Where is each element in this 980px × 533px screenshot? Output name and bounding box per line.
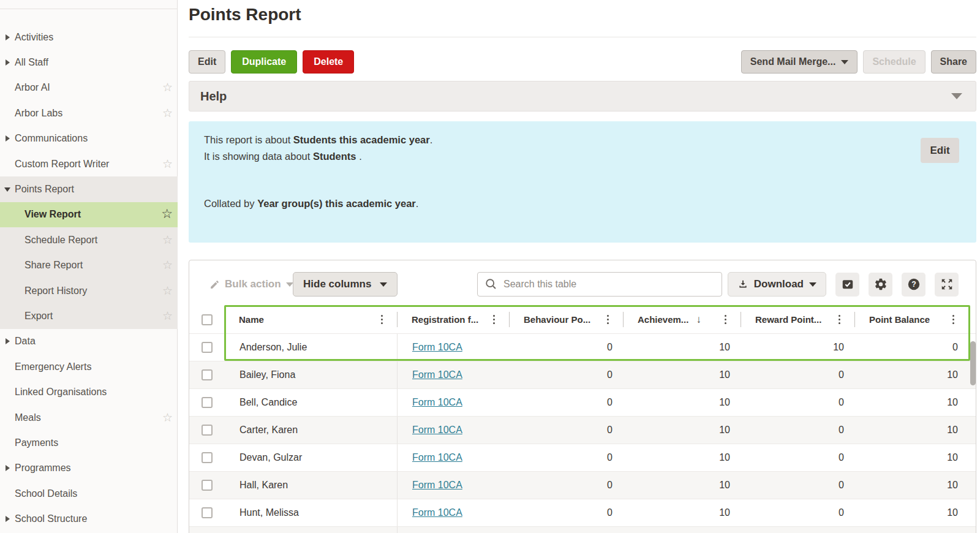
kebab-menu-icon[interactable] (493, 315, 496, 325)
student-name-cell: Carter, Karen (225, 417, 398, 444)
sidebar-item-school-structure[interactable]: School Structure (0, 506, 178, 531)
sidebar-item-view-report[interactable]: View Report☆ (0, 202, 178, 227)
sidebar-item-custom-report-writer[interactable]: Custom Report Writer☆ (0, 151, 178, 176)
caret-right-icon[interactable] (6, 516, 10, 522)
help-icon[interactable]: ? (902, 273, 925, 297)
download-button[interactable]: Download (728, 272, 826, 297)
summary-edit-button[interactable]: Edit (921, 138, 959, 163)
kebab-menu-icon[interactable] (839, 315, 841, 325)
pencil-icon (209, 279, 220, 290)
column-header-name[interactable]: Name (225, 306, 398, 333)
sidebar-item-schedule-report[interactable]: Schedule Report☆ (0, 227, 178, 252)
share-button[interactable]: Share (931, 50, 976, 74)
sidebar-item-activities[interactable]: Activities (0, 25, 178, 50)
points-value-cell: 10 (624, 397, 741, 408)
sidebar-item-meals[interactable]: Meals☆ (0, 405, 178, 430)
sidebar-item-label: Programmes (15, 463, 71, 474)
table-row: Bell, CandiceForm 10CA010010 (189, 388, 976, 416)
kebab-menu-icon[interactable] (952, 315, 955, 325)
column-header-registration-f[interactable]: Registration f... (398, 306, 510, 333)
kebab-menu-icon[interactable] (381, 315, 383, 325)
caret-right-icon[interactable] (6, 338, 10, 344)
caret-down-icon[interactable] (4, 187, 10, 192)
sidebar-item-payments[interactable]: Payments (0, 430, 178, 455)
help-accordion[interactable]: Help (189, 81, 976, 112)
favourite-star-icon[interactable]: ☆ (162, 80, 173, 94)
vertical-scrollbar[interactable] (970, 341, 976, 385)
tasks-check-icon[interactable] (835, 273, 859, 297)
caret-right-icon[interactable] (6, 34, 10, 40)
sidebar-item-communications[interactable]: Communications (0, 126, 178, 151)
duplicate-button[interactable]: Duplicate (231, 50, 297, 74)
sidebar-item-share-report[interactable]: Share Report☆ (0, 253, 178, 278)
registration-form-link[interactable]: Form 10CA (412, 452, 462, 463)
favourite-star-icon[interactable]: ☆ (162, 156, 173, 170)
table-row: Bailey, FionaForm 10CA010010 (189, 361, 976, 388)
gear-icon[interactable] (869, 273, 892, 297)
column-header-point-balance[interactable]: Point Balance (855, 306, 969, 333)
sidebar-item-programmes[interactable]: Programmes (0, 456, 178, 481)
registration-form-link[interactable]: Form 10CA (412, 507, 462, 518)
column-header-reward-point[interactable]: Reward Point... (741, 306, 855, 333)
registration-form-link[interactable]: Form 10CA (412, 480, 462, 490)
favourite-star-icon[interactable]: ☆ (162, 258, 173, 272)
row-checkbox[interactable] (202, 507, 213, 518)
sidebar-item-points-report[interactable]: Points Report (0, 176, 178, 202)
registration-form-link[interactable]: Form 10CA (412, 425, 462, 435)
student-name-cell: Devan, Gulzar (225, 444, 398, 471)
student-name-cell (225, 527, 398, 533)
registration-form-link[interactable]: Form 10CA (412, 397, 462, 407)
sidebar-item-data[interactable]: Data (0, 329, 178, 354)
page-title: Points Report (189, 5, 301, 25)
row-checkbox[interactable] (202, 397, 213, 408)
row-checkbox[interactable] (202, 452, 213, 463)
hide-columns-button[interactable]: Hide columns (293, 272, 398, 297)
sidebar-item-school-details[interactable]: School Details (0, 481, 178, 506)
row-checkbox-cell (189, 507, 225, 518)
favourite-star-icon[interactable]: ☆ (162, 410, 173, 424)
points-value-cell: 10 (624, 480, 741, 491)
points-value-cell: 10 (855, 452, 969, 463)
points-value-cell: 0 (741, 425, 855, 436)
sidebar-item-all-staff[interactable]: All Staff (0, 50, 178, 75)
favourite-star-icon[interactable]: ☆ (162, 232, 173, 246)
sidebar-item-arbor-labs[interactable]: Arbor Labs☆ (0, 100, 178, 126)
registration-form-link[interactable]: Form 10CA (412, 369, 462, 380)
select-all-checkbox[interactable] (202, 314, 213, 325)
column-header-achievem[interactable]: Achievem...↓ (624, 306, 741, 333)
expand-icon[interactable] (935, 273, 959, 297)
sort-descending-icon[interactable]: ↓ (696, 314, 701, 326)
bulk-action-button: Bulk action (209, 272, 293, 297)
summary-line-2: It is showing data about Students . (204, 148, 976, 165)
favourite-star-icon[interactable]: ☆ (161, 206, 173, 221)
caret-right-icon[interactable] (6, 465, 10, 471)
sidebar-item-report-history[interactable]: Report History☆ (0, 278, 178, 303)
sidebar-item-export[interactable]: Export☆ (0, 303, 178, 328)
row-checkbox[interactable] (202, 425, 213, 436)
table-row: Hall, KarenForm 10CA010010 (189, 471, 976, 499)
row-checkbox[interactable] (202, 342, 213, 353)
send-mail-merge-button[interactable]: Send Mail Merge... (741, 50, 858, 74)
delete-button[interactable]: Delete (303, 50, 354, 74)
sidebar-item-linked-organisations[interactable]: Linked Organisations (0, 379, 178, 404)
edit-button[interactable]: Edit (189, 50, 225, 74)
table-row: Hunt, MelissaForm 10CA010010 (189, 499, 976, 526)
sidebar-item-arbor-ai[interactable]: Arbor AI☆ (0, 75, 178, 100)
kebab-menu-icon[interactable] (607, 315, 609, 325)
favourite-star-icon[interactable]: ☆ (162, 105, 173, 119)
search-input[interactable] (477, 272, 722, 297)
sidebar-item-emergency-alerts[interactable]: Emergency Alerts (0, 354, 178, 379)
points-value-cell: 0 (741, 397, 855, 408)
kebab-menu-icon[interactable] (725, 315, 727, 325)
chevron-down-icon[interactable] (951, 93, 962, 99)
favourite-star-icon[interactable]: ☆ (162, 309, 173, 323)
favourite-star-icon[interactable]: ☆ (162, 283, 173, 297)
caret-right-icon[interactable] (6, 135, 10, 142)
column-header-behaviour-po[interactable]: Behaviour Po... (510, 306, 624, 333)
registration-form-link[interactable]: Form 10CA (412, 342, 462, 352)
row-checkbox-cell (189, 452, 225, 463)
registration-form-cell: Form 10CA (398, 397, 510, 408)
row-checkbox[interactable] (202, 480, 213, 491)
caret-right-icon[interactable] (6, 59, 10, 66)
row-checkbox[interactable] (202, 369, 213, 380)
